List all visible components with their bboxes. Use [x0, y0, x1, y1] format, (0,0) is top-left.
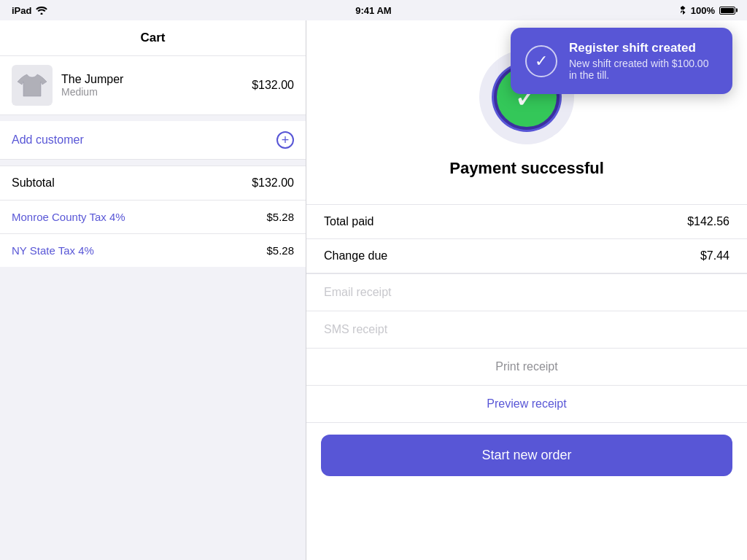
print-receipt-button[interactable]: Print receipt	[306, 349, 747, 386]
jumper-icon	[18, 73, 47, 98]
tax1-value: $5.28	[266, 211, 294, 223]
cart-item: The Jumper Medium $132.00	[0, 56, 306, 115]
subtotal-value: $132.00	[252, 176, 294, 190]
add-customer-label: Add customer	[12, 133, 84, 147]
toast-check-icon: ✓	[535, 52, 548, 71]
tax2-label: NY State Tax 4%	[12, 244, 94, 257]
status-bar: iPad 9:41 AM 100%	[0, 0, 747, 20]
add-customer-icon: +	[276, 131, 294, 149]
item-details: The Jumper Medium	[61, 73, 243, 98]
bluetooth-icon	[679, 5, 686, 15]
total-paid-label: Total paid	[324, 215, 374, 228]
right-panel: ✓ Payment successful Total paid $142.56 …	[306, 20, 747, 560]
status-time: 9:41 AM	[355, 5, 391, 16]
status-left: iPad	[12, 5, 47, 16]
toast-title: Register shift created	[569, 41, 718, 55]
notification-toast: ✓ Register shift created New shift creat…	[511, 28, 732, 94]
totals-section: Subtotal $132.00 Monroe County Tax 4% $5…	[0, 166, 306, 267]
tax1-row: Monroe County Tax 4% $5.28	[0, 201, 306, 234]
toast-content: Register shift created New shift created…	[569, 41, 718, 81]
subtotal-label: Subtotal	[12, 176, 55, 190]
item-name: The Jumper	[61, 73, 243, 86]
change-due-value: $7.44	[700, 249, 729, 262]
toast-subtitle: New shift created with $100.00 in the ti…	[569, 58, 718, 81]
total-paid-value: $142.56	[687, 215, 729, 228]
total-paid-row: Total paid $142.56	[306, 205, 747, 239]
payment-details: Total paid $142.56 Change due $7.44	[306, 204, 747, 273]
status-right: 100%	[679, 5, 735, 16]
receipt-actions: Print receipt Preview receipt	[306, 273, 747, 423]
toast-icon-circle: ✓	[525, 45, 557, 77]
change-due-label: Change due	[324, 249, 387, 262]
left-panel: Cart The Jumper Medium $132.00 Add custo…	[0, 20, 306, 560]
subtotal-row: Subtotal $132.00	[0, 166, 306, 201]
add-customer-row[interactable]: Add customer +	[0, 121, 306, 160]
tax2-value: $5.28	[266, 244, 294, 257]
start-new-order-button[interactable]: Start new order	[321, 435, 732, 476]
change-due-row: Change due $7.44	[306, 239, 747, 273]
main-layout: Cart The Jumper Medium $132.00 Add custo…	[0, 20, 747, 560]
item-variant: Medium	[61, 86, 243, 98]
payment-success-title: Payment successful	[449, 159, 604, 178]
wifi-icon	[36, 6, 47, 15]
email-receipt-input[interactable]	[306, 274, 747, 311]
tax2-row: NY State Tax 4% $5.28	[0, 234, 306, 267]
tax1-label: Monroe County Tax 4%	[12, 211, 125, 223]
preview-receipt-button[interactable]: Preview receipt	[306, 386, 747, 423]
sms-receipt-input[interactable]	[306, 311, 747, 349]
battery-label: 100%	[691, 5, 715, 16]
cart-header: Cart	[0, 20, 306, 56]
battery-icon	[719, 7, 735, 15]
carrier-label: iPad	[12, 5, 31, 16]
item-image	[12, 65, 53, 106]
item-price: $132.00	[252, 79, 294, 92]
